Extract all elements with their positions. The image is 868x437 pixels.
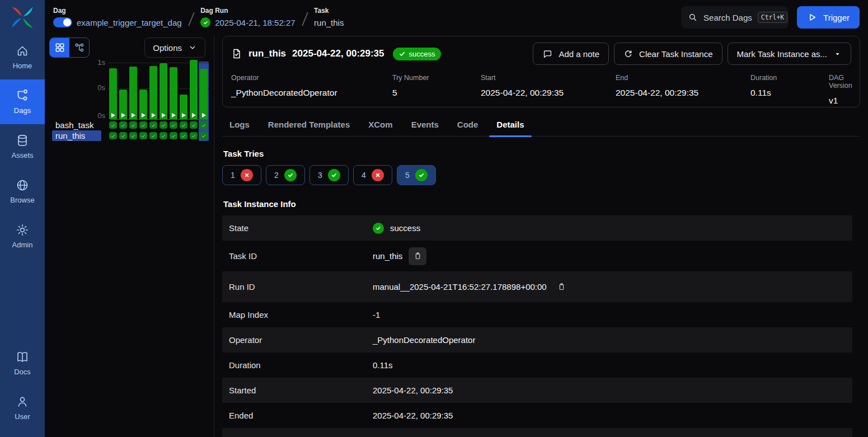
info-label: Started <box>229 386 373 395</box>
sidebar-item-docs[interactable]: Docs <box>0 341 45 386</box>
task-instance-square[interactable] <box>170 132 177 139</box>
breadcrumb-dag-run-value[interactable]: 2025-04-21, 18:52:27 <box>215 18 295 27</box>
table-row-partial <box>222 428 852 437</box>
airflow-logo[interactable] <box>0 0 45 35</box>
task-status-label: success <box>409 50 435 58</box>
meta-start: Start2025-04-22, 00:29:35 <box>481 74 616 106</box>
info-row-duration: Duration0.11s <box>222 353 852 378</box>
dag-pause-toggle[interactable] <box>53 17 72 27</box>
task-instance-square[interactable] <box>109 132 117 139</box>
breadcrumb-dag-value[interactable]: example_trigger_target_dag <box>77 18 182 27</box>
copy-button[interactable] <box>553 278 571 296</box>
info-row-state: Statesuccess <box>222 215 852 241</box>
play-icon <box>121 113 125 118</box>
airflow-pinwheel-icon <box>10 4 35 30</box>
task-instance-square[interactable] <box>119 132 127 139</box>
task-instance-square[interactable] <box>200 121 208 129</box>
task-instance-square[interactable] <box>129 121 137 129</box>
sidebar-item-assets[interactable]: Assets <box>0 124 45 169</box>
play-icon <box>202 113 206 118</box>
check-circle-icon <box>415 169 428 181</box>
task-instance-square[interactable] <box>139 121 147 129</box>
sidebar-item-admin[interactable]: Admin <box>0 214 45 259</box>
copy-button[interactable] <box>409 247 426 265</box>
tab-xcom[interactable]: XCom <box>361 115 400 136</box>
task-row-label-run_this[interactable]: run_this <box>52 130 101 141</box>
task-tries: 12345 <box>222 165 860 185</box>
dag-run-duration-bar[interactable] <box>190 60 198 119</box>
dag-run-duration-bar[interactable] <box>119 90 127 119</box>
meta-operator: Operator_PythonDecoratedOperator <box>231 74 392 106</box>
info-row-operator: Operator_PythonDecoratedOperator <box>222 327 852 353</box>
task-instance-square[interactable] <box>170 121 177 129</box>
dag-run-duration-bar[interactable] <box>129 67 137 119</box>
search-icon <box>688 12 698 22</box>
tab-events[interactable]: Events <box>404 115 446 136</box>
meta-value: 0.11s <box>750 88 829 98</box>
tab-rendered-templates[interactable]: Rendered Templates <box>261 115 357 136</box>
info-row-map-index: Map Index-1 <box>222 302 852 327</box>
docs-icon <box>16 350 29 364</box>
topbar: Dag example_trigger_target_dag Dag Run 2… <box>45 0 868 35</box>
tab-logs[interactable]: Logs <box>222 115 257 136</box>
info-label: Run ID <box>229 282 373 292</box>
task-instance-square[interactable] <box>149 121 157 129</box>
sidebar-nav: HomeDagsAssetsBrowseAdmin <box>0 35 45 259</box>
breadcrumb-dag: Dag example_trigger_target_dag <box>53 7 182 28</box>
clear-task-instance-button[interactable]: Clear Task Instance <box>614 43 722 65</box>
task-instance-square[interactable] <box>149 132 157 139</box>
dag-run-duration-bar[interactable] <box>200 69 208 119</box>
tab-code[interactable]: Code <box>450 115 486 136</box>
trigger-button[interactable]: Trigger <box>797 6 860 29</box>
admin-icon <box>16 223 29 237</box>
sidebar-item-browse[interactable]: Browse <box>0 169 45 214</box>
info-value: _PythonDecoratedOperator <box>373 335 475 345</box>
task-instance-square[interactable] <box>139 132 147 139</box>
mark-task-instance-as-label: Mark Task Instance as... <box>737 49 827 59</box>
meta-dag-version: DAG Versionv1 <box>829 74 852 106</box>
meta-value: _PythonDecoratedOperator <box>231 88 392 98</box>
meta-try-number: Try Number5 <box>392 74 481 106</box>
dag-run-duration-bar[interactable] <box>149 66 157 119</box>
dag-run-duration-bar[interactable] <box>170 67 177 119</box>
dag-run-duration-bar[interactable] <box>159 63 167 119</box>
task-instance-square[interactable] <box>119 121 127 129</box>
task-instance-square[interactable] <box>109 121 117 129</box>
task-row-label-bash_task[interactable]: bash_task <box>52 120 101 130</box>
task-try-2-button[interactable]: 2 <box>266 165 305 185</box>
dag-run-duration-bar[interactable] <box>180 95 187 119</box>
sidebar-item-user[interactable]: User <box>0 386 45 430</box>
info-value: manual__2025-04-21T16:52:27.178898+00:00 <box>373 282 547 292</box>
add-note-button[interactable]: Add a note <box>533 43 609 65</box>
dag-run-duration-bar[interactable] <box>109 68 117 119</box>
play-icon <box>182 113 186 118</box>
task-instance-square[interactable] <box>200 132 208 139</box>
task-try-1-button[interactable]: 1 <box>222 165 261 185</box>
tab-details[interactable]: Details <box>489 115 531 136</box>
task-instance-square[interactable] <box>180 121 187 129</box>
task-instance-square[interactable] <box>190 121 198 129</box>
meta-value: 2025-04-22, 00:29:35 <box>481 88 616 98</box>
sidebar-item-dags[interactable]: Dags <box>0 79 45 124</box>
check-circle-icon <box>328 169 340 181</box>
task-instance-square[interactable] <box>190 132 198 139</box>
sidebar-item-label: Docs <box>14 368 31 376</box>
task-instance-square[interactable] <box>129 132 137 139</box>
task-instance-square[interactable] <box>180 132 187 139</box>
play-icon <box>111 113 115 118</box>
play-icon <box>132 113 135 118</box>
task-instance-square[interactable] <box>159 132 167 139</box>
task-try-5-button[interactable]: 5 <box>397 165 436 185</box>
dag-run-duration-bar[interactable] <box>139 90 147 119</box>
meta-label: Try Number <box>392 74 481 82</box>
home-icon <box>16 44 29 58</box>
task-try-4-button[interactable]: 4 <box>353 165 392 185</box>
task-instance-square[interactable] <box>159 121 167 129</box>
task-try-3-button[interactable]: 3 <box>309 165 349 185</box>
info-value: 2025-04-22, 00:29:35 <box>373 411 453 420</box>
meta-duration: Duration0.11s <box>750 74 829 106</box>
mark-task-instance-as-button[interactable]: Mark Task Instance as... <box>728 43 851 65</box>
sidebar-item-home[interactable]: Home <box>0 35 45 79</box>
note-icon <box>542 49 553 59</box>
search-dags-box[interactable]: Search Dags Ctrl+K <box>681 6 789 29</box>
